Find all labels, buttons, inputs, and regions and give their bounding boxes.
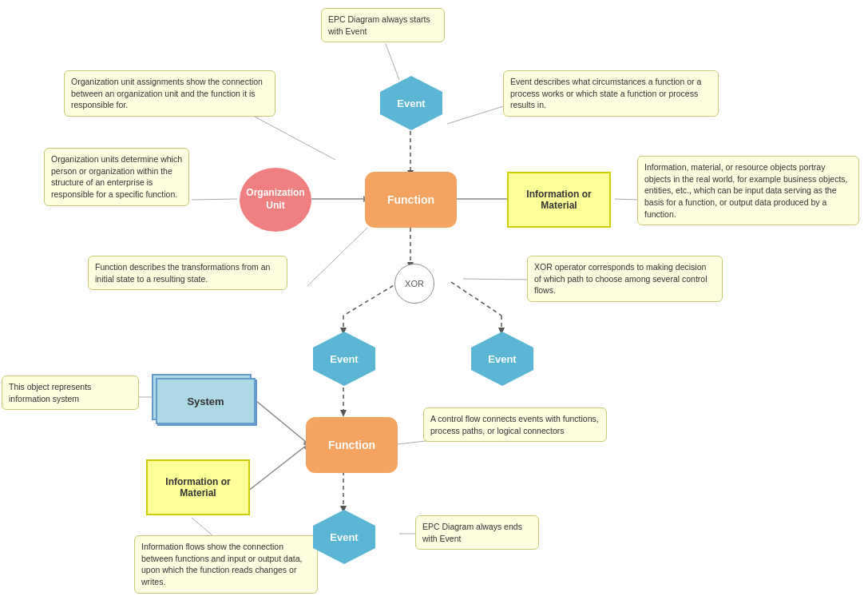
info-material-1: Information or Material [507, 172, 611, 228]
svg-line-28 [463, 279, 529, 280]
diagram: EPC Diagram always starts with Event Org… [0, 0, 868, 608]
note-event-describes: Event describes what circumstances a fun… [503, 70, 719, 117]
note-function-describes: Function describes the transformations f… [88, 256, 287, 290]
svg-marker-11 [340, 410, 347, 417]
svg-line-27 [307, 228, 367, 286]
function-2: Function [306, 417, 398, 473]
xor-connector: XOR [394, 264, 434, 304]
note-org-determines: Organization units determine which perso… [44, 148, 189, 206]
note-info-flow: Information flows show the connection be… [134, 535, 318, 594]
info-material-2: Information or Material [146, 459, 250, 515]
svg-line-25 [192, 199, 237, 200]
svg-line-4 [343, 282, 399, 316]
function-1: Function [365, 172, 457, 228]
svg-line-24 [447, 104, 511, 124]
note-xor: XOR operator corresponds to making decis… [527, 256, 723, 302]
svg-line-20 [252, 397, 306, 442]
event-1: Event [380, 76, 442, 130]
svg-line-18 [248, 446, 306, 491]
note-org-assignment: Organization unit assignments show the c… [64, 70, 275, 117]
event-3: Event [471, 332, 533, 386]
note-epc-starts: EPC Diagram always starts with Event [321, 8, 445, 42]
org-unit: Organization Unit [240, 168, 311, 232]
system-box: System [156, 378, 256, 424]
svg-line-26 [615, 199, 639, 200]
svg-line-7 [451, 282, 501, 316]
note-info-material: Information, material, or resource objec… [637, 156, 859, 225]
note-control-flow: A control flow connects events with func… [423, 407, 607, 442]
note-epc-ends: EPC Diagram always ends with Event [415, 515, 539, 550]
event-5: Event [313, 510, 375, 564]
event-2: Event [313, 332, 375, 386]
note-system: This object represents information syste… [2, 376, 139, 410]
svg-line-22 [386, 44, 399, 80]
